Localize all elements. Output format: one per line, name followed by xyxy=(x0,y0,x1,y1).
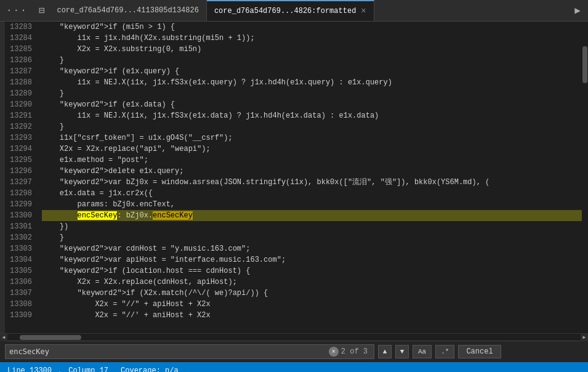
code-line: X2x = X2x.replace(cdnHost, apiHost); xyxy=(42,277,582,288)
code-line: "keyword2">if (e1x.query) { xyxy=(42,66,582,77)
code-line: i1x = NEJ.X(i1x, j1x.fS3x(e1x.query) ? j… xyxy=(42,77,582,88)
scrollbar-thumb[interactable] xyxy=(582,46,587,83)
code-line: e1x.data = j1x.cr2x({ xyxy=(42,188,582,199)
line-number: 13298 xyxy=(5,188,32,199)
status-coverage: Coverage: n/a xyxy=(121,366,179,372)
tab-2-label: core_d76a54d769...4826:formatted xyxy=(214,7,356,15)
code-line: X2x = X2x.replace("api", "weapi"); xyxy=(42,144,582,155)
code-line: "keyword2">if (X2x.match(/^\/( we)?api/)… xyxy=(42,288,582,299)
tab-1[interactable]: core_d76a54d769...4113805d134826 xyxy=(49,0,206,21)
scroll-left-button[interactable]: ◀ xyxy=(0,334,7,341)
sidebar-toggle-button[interactable]: ⊟ xyxy=(34,4,50,17)
code-line: "keyword2">if (mi5n > 1) { xyxy=(42,22,582,33)
window-controls[interactable]: ··· xyxy=(0,5,34,16)
line-number: 13305 xyxy=(5,265,32,277)
dots-icon: ··· xyxy=(6,5,28,16)
scroll-right-button[interactable]: ▶ xyxy=(581,334,588,341)
line-number: 13289 xyxy=(5,88,32,99)
code-line: i1x = j1x.hd4h(X2x.substring(mi5n + 1)); xyxy=(42,33,582,44)
code-line: "keyword2">delete e1x.query; xyxy=(42,166,582,177)
run-icon: ▶ xyxy=(574,4,581,17)
code-line: "keyword2">var bZj0x = window.asrsea(JSO… xyxy=(42,177,582,188)
code-line: } xyxy=(42,121,582,132)
search-next-button[interactable]: ▼ xyxy=(395,345,409,358)
search-bar: × 2 of 3 ▲ ▼ Aa .* Cancel xyxy=(0,341,588,362)
line-number: 13307 xyxy=(5,288,32,299)
title-bar: ··· ⊟ core_d76a54d769...4113805d134826 c… xyxy=(0,0,588,22)
code-line: "keyword2">if (location.host === cdnHost… xyxy=(42,265,582,277)
tab-1-label: core_d76a54d769...4113805d134826 xyxy=(57,6,198,15)
search-prev-button[interactable]: ▲ xyxy=(378,345,392,358)
line-number: 13294 xyxy=(5,144,32,155)
code-line: i1x["csrf_token"] = u1x.gO4S("__csrf"); xyxy=(42,132,582,144)
code-line: X2x = X2x.substring(0, mi5n) xyxy=(42,44,582,55)
line-number: 13304 xyxy=(5,254,32,265)
status-bar: Line 13300 , Column 17 Coverage: n/a xyxy=(0,362,588,372)
line-number: 13302 xyxy=(5,232,32,243)
code-line: } xyxy=(42,88,582,99)
line-number: 13303 xyxy=(5,243,32,254)
code-line: } xyxy=(42,232,582,243)
line-number: 13297 xyxy=(5,177,32,188)
search-clear-button[interactable]: × xyxy=(329,347,339,357)
left-gutter xyxy=(0,22,5,333)
code-line: X2x = "//' + aniHost + X2x xyxy=(42,310,582,321)
code-line: "keyword2">var apiHost = "interface.musi… xyxy=(42,254,582,265)
code-line: X2x = "//" + apiHost + X2x xyxy=(42,299,582,310)
line-number: 13291 xyxy=(5,110,32,121)
line-number: 13292 xyxy=(5,121,32,132)
line-number: 13290 xyxy=(5,99,32,110)
code-line: "keyword2">var cdnHost = "y.music.163.co… xyxy=(42,243,582,254)
tab-2-close-button[interactable]: × xyxy=(361,6,366,16)
code-line: }) xyxy=(42,221,582,232)
code-line: "keyword2">if (e1x.data) { xyxy=(42,99,582,110)
line-number: 13287 xyxy=(5,66,32,77)
line-numbers: 1328313284132851328613287132881328913290… xyxy=(5,22,37,333)
line-number: 13309 xyxy=(5,310,32,321)
run-button[interactable]: ▶ xyxy=(567,4,588,17)
regex-button[interactable]: .* xyxy=(435,345,454,358)
line-number: 13296 xyxy=(5,166,32,177)
line-number: 13295 xyxy=(5,155,32,166)
status-column: Column 17 xyxy=(68,366,108,372)
match-case-button[interactable]: Aa xyxy=(413,345,432,358)
editor-area: 1328313284132851328613287132881328913290… xyxy=(0,22,588,333)
code-line: encSecKey: bZj0x.encSecKey xyxy=(42,210,582,221)
line-number: 13286 xyxy=(5,55,32,66)
search-input[interactable] xyxy=(9,347,329,356)
line-number: 13293 xyxy=(5,132,32,144)
line-number: 13284 xyxy=(5,33,32,44)
code-content: "keyword2">if (mi5n > 1) { i1x = j1x.hd4… xyxy=(37,22,582,333)
code-line: e1x.method = "post"; xyxy=(42,155,582,166)
line-number: 13299 xyxy=(5,199,32,210)
search-count: 2 of 3 xyxy=(339,347,370,356)
cancel-button[interactable]: Cancel xyxy=(458,345,501,358)
sidebar-icon: ⊟ xyxy=(39,4,45,17)
status-line: Line 13300 xyxy=(7,366,52,372)
line-number: 13300 xyxy=(5,210,32,221)
h-scrollbar-track[interactable] xyxy=(7,335,581,340)
tab-2[interactable]: core_d76a54d769...4826:formatted × xyxy=(207,0,374,21)
vertical-scrollbar[interactable] xyxy=(582,22,588,333)
line-number: 13308 xyxy=(5,299,32,310)
line-number: 13306 xyxy=(5,277,32,288)
code-line: params: bZj0x.encText, xyxy=(42,199,582,210)
code-line: } xyxy=(42,55,582,66)
line-number: 13285 xyxy=(5,44,32,55)
h-scrollbar-thumb[interactable] xyxy=(20,335,81,340)
code-line: i1x = NEJ.X(i1x, j1x.fS3x(e1x.data) ? j1… xyxy=(42,110,582,121)
line-number: 13301 xyxy=(5,221,32,232)
horizontal-scroll-area: ◀ ▶ xyxy=(0,333,588,341)
search-input-wrap: × 2 of 3 xyxy=(5,344,374,359)
tab-bar: core_d76a54d769...4113805d134826 core_d7… xyxy=(49,0,374,21)
line-number: 13283 xyxy=(5,22,32,33)
line-number: 13288 xyxy=(5,77,32,88)
